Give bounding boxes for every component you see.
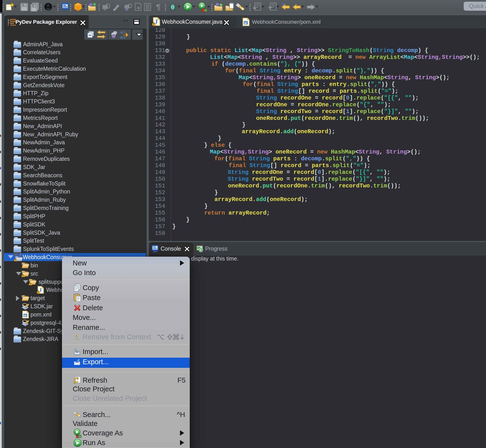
svg-text:J: J	[19, 253, 21, 257]
svg-text:M: M	[244, 21, 247, 25]
svg-text:M: M	[24, 314, 26, 317]
